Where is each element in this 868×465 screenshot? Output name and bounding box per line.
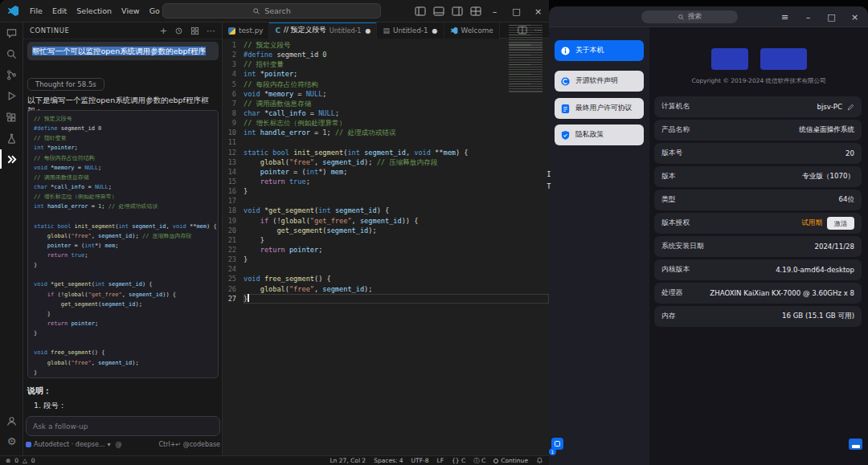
info-value: 20 <box>845 149 854 157</box>
chat-icon[interactable] <box>0 23 23 43</box>
close-icon[interactable]: × <box>527 0 549 22</box>
status-item[interactable]: Spaces: 4 <box>374 457 403 464</box>
continue-extension-icon[interactable] <box>0 149 23 169</box>
line-number: 4 <box>223 69 244 79</box>
input-method-indicator[interactable]: I T <box>545 169 553 193</box>
edit-pencil-icon[interactable] <box>847 104 854 111</box>
menu-edit[interactable]: Edit <box>47 6 72 15</box>
info-value: 2024/11/28 <box>814 243 854 251</box>
code-text: // 调用函数信息存储 <box>34 173 212 183</box>
status-item[interactable]: {} C <box>452 457 465 464</box>
code-text: // 增长标志位（例如处理异常） <box>34 193 212 202</box>
menu-icon[interactable]: ≡ <box>773 12 796 22</box>
minimize-icon[interactable]: – <box>484 0 506 22</box>
sidebar-item-about[interactable]: 关于本机 <box>555 40 644 61</box>
source-control-icon[interactable] <box>0 65 23 84</box>
line-number: 1 <box>223 40 244 50</box>
status-item[interactable]: Ln 27, Col 2 <box>330 457 366 464</box>
code-line: 12static bool init_segment(int segment_i… <box>223 148 549 157</box>
menu-view[interactable]: View <box>117 6 145 15</box>
modified-dot-icon[interactable]: ● <box>365 27 371 35</box>
problems-status[interactable]: ⊗0 △0 <box>6 457 35 464</box>
ellipsis-icon[interactable]: ⋯ <box>207 26 215 36</box>
code-text: int handle_error = 1; // 处理成功或错误 <box>244 128 549 137</box>
followup-placeholder: Ask a follow-up <box>33 422 88 430</box>
minimize-icon[interactable]: – <box>796 12 820 22</box>
sidebar-item-opensource[interactable]: 开源软件声明 <box>555 71 644 92</box>
continue-status-label: Continue <box>501 457 528 464</box>
tab-untitled-2[interactable]: ▤ Untitled-1 ● <box>377 22 444 39</box>
chevron-down-icon: ▾ <box>108 441 111 448</box>
mention-icon[interactable]: @ <box>116 441 122 448</box>
floating-keyboard-icon[interactable] <box>849 438 862 450</box>
testing-flask-icon[interactable] <box>0 128 23 148</box>
customize-layout-icon[interactable] <box>470 6 481 16</box>
code-line: void *get_segment(int segment_id) { <box>34 280 212 290</box>
code-line: 5// 每段内存占位符结构 <box>223 80 549 89</box>
sidebar-item-privacy[interactable]: 隐私政策 <box>555 124 644 145</box>
code-text: if (!global("get_free", segment_id)) { <box>34 291 212 300</box>
toggle-panel-icon[interactable] <box>433 6 444 16</box>
info-label: 版本 <box>661 172 676 182</box>
tab-description: Untitled-1 <box>330 27 362 35</box>
code-text: } <box>34 329 212 339</box>
info-label: 类型 <box>661 195 676 205</box>
code-line: 6void *memory = NULL; <box>223 89 549 99</box>
line-number: 9 <box>223 118 244 128</box>
error-count: 0 <box>14 457 18 464</box>
code-line: 15 return true; <box>223 177 549 186</box>
code-line <box>34 339 212 349</box>
user-message[interactable]: 帮忙写一个可以监控open系统调用参数的ebpf程序 <box>27 42 219 60</box>
info-value-text: 16 GB (15.1 GB 可用) <box>782 312 854 321</box>
menu-file[interactable]: File <box>25 6 47 15</box>
status-item[interactable]: LF <box>436 457 444 464</box>
status-item[interactable]: ⓘ C <box>473 457 485 465</box>
model-selector[interactable]: Autodetect · deepse... ▾ <box>26 441 111 448</box>
code-line: 3// 指针变量 <box>223 59 549 69</box>
continue-status-item[interactable]: Continue <box>493 457 528 464</box>
code-text: #define segment_id 0 <box>34 124 212 134</box>
info-value-text: 64位 <box>838 195 854 205</box>
open-in-editor-icon[interactable] <box>190 27 199 35</box>
notifications-bell-icon[interactable] <box>536 457 543 464</box>
info-value: 4.19.0-amd64-desktop <box>776 266 854 274</box>
code-line: 13 global("free", segment_id); // 压缩释放内存… <box>223 157 549 167</box>
settings-search-input[interactable]: 搜索 <box>641 10 738 23</box>
new-session-icon[interactable]: + <box>160 26 167 36</box>
info-label: 处理器 <box>661 288 682 298</box>
editor-group: test.py C // 预定义段号 Untitled-1 ● ▤ Untitl… <box>223 22 549 455</box>
maximize-icon[interactable]: □ <box>820 12 843 22</box>
editor-code[interactable]: 1// 预定义段号2#define segment_id 03// 指针变量4i… <box>223 39 549 455</box>
run-debug-icon[interactable] <box>0 86 23 105</box>
extensions-icon[interactable] <box>0 108 23 127</box>
code-text: pointer = (int*) mem; <box>34 242 212 251</box>
account-icon[interactable] <box>0 411 23 430</box>
minimap[interactable] <box>509 25 546 92</box>
menu-selection[interactable]: Selection <box>72 6 117 15</box>
vscode-titlebar: FileEditSelectionViewGo⋯ ← → Search – □ … <box>0 0 549 22</box>
sidebar-item-eula[interactable]: 最终用户许可协议 <box>555 98 644 119</box>
status-item[interactable]: UTF-8 <box>411 457 429 464</box>
tab-welcome[interactable]: Welcome <box>444 22 500 39</box>
toggle-sidebar-right-icon[interactable] <box>452 6 463 16</box>
maximize-icon[interactable]: □ <box>506 0 527 22</box>
code-text <box>244 264 549 274</box>
settings-gear-icon[interactable]: ⚙ <box>0 431 23 451</box>
code-text: get_segment(segment_id); <box>244 226 549 235</box>
code-text <box>34 339 212 349</box>
followup-input[interactable]: Ask a follow-up <box>26 416 220 436</box>
thought-duration-toggle[interactable]: Thought for 58.5s <box>27 78 104 91</box>
modified-dot-icon[interactable]: ● <box>432 27 438 35</box>
history-icon[interactable] <box>174 27 183 35</box>
close-icon[interactable]: × <box>843 12 866 22</box>
tab-test-py[interactable]: test.py <box>223 22 269 39</box>
toggle-sidebar-left-icon[interactable] <box>415 6 426 16</box>
info-value-text: 20 <box>845 149 854 157</box>
notes-list-item: 1. 段号： <box>34 401 67 411</box>
errors-icon: ⊗ <box>6 457 10 464</box>
activate-button[interactable]: 激活 <box>827 217 854 230</box>
search-sidebar-icon[interactable] <box>0 44 23 63</box>
command-center-search[interactable]: Search <box>162 3 381 18</box>
code-line: 23} <box>223 255 549 264</box>
tab-untitled-1-active[interactable]: C // 预定义段号 Untitled-1 ● <box>269 22 377 39</box>
